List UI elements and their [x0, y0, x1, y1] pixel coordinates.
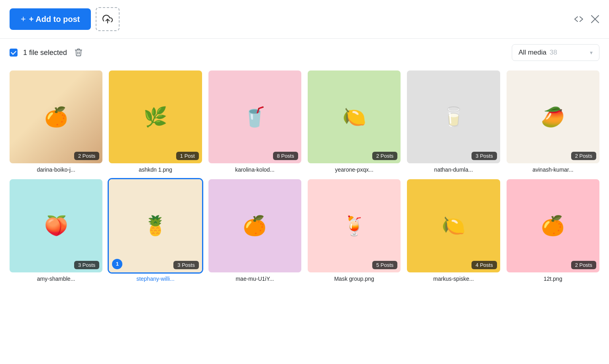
media-thumb-2[interactable]: 🌿1 Post: [109, 70, 202, 163]
media-name-9: mae-mu-U1iY...: [208, 276, 301, 282]
chevron-down-icon: ▾: [590, 49, 593, 56]
post-badge-12: 2 Posts: [571, 261, 596, 269]
thumb-icon-9: 🍊: [243, 215, 267, 237]
media-item-5[interactable]: 🥛3 Postsnathan-dumla...: [407, 70, 500, 173]
media-name-6: avinash-kumar...: [507, 166, 599, 173]
post-badge-1: 2 Posts: [74, 152, 99, 160]
header-actions: [574, 15, 599, 23]
select-all-checkbox[interactable]: [10, 49, 18, 57]
post-badge-6: 2 Posts: [571, 152, 596, 160]
media-thumb-1[interactable]: 🍊2 Posts: [10, 70, 102, 163]
upload-button[interactable]: [96, 7, 120, 31]
filter-label-main: All media: [519, 49, 546, 57]
post-badge-3: 8 Posts: [273, 152, 298, 160]
code-icon[interactable]: [574, 16, 583, 22]
media-name-8: stephany-willi...: [109, 276, 202, 282]
media-name-3: karolina-kolod...: [208, 166, 301, 173]
post-badge-10: 5 Posts: [372, 261, 397, 269]
add-to-post-label: + Add to post: [29, 15, 80, 24]
upload-icon: [102, 14, 113, 24]
media-thumb-4[interactable]: 🍋2 Posts: [308, 70, 401, 163]
media-thumb-7[interactable]: 🍑3 Posts: [10, 179, 102, 272]
thumb-icon-11: 🍋: [442, 215, 466, 237]
media-name-12: 12t.png: [507, 276, 599, 282]
post-badge-5: 3 Posts: [471, 152, 497, 160]
thumb-icon-8: 🍍: [143, 215, 167, 237]
media-name-2: ashkdn 1.png: [109, 166, 202, 173]
media-thumb-9[interactable]: 🍊: [208, 179, 301, 272]
add-to-post-button[interactable]: + + Add to post: [10, 8, 91, 30]
thumb-icon-10: 🍹: [342, 215, 366, 237]
thumb-icon-2: 🌿: [143, 106, 167, 128]
post-badge-4: 2 Posts: [372, 152, 397, 160]
media-item-2[interactable]: 🌿1 Postashkdn 1.png: [109, 70, 202, 173]
filter-label-count: 38: [550, 49, 557, 57]
media-thumb-11[interactable]: 🍋4 Posts: [407, 179, 500, 272]
selected-badge-8: 1: [112, 259, 122, 269]
media-thumb-3[interactable]: 🥤8 Posts: [208, 70, 301, 163]
media-item-9[interactable]: 🍊mae-mu-U1iY...: [208, 179, 301, 282]
thumb-icon-3: 🥤: [243, 106, 267, 128]
delete-icon: [74, 48, 83, 57]
media-item-3[interactable]: 🥤8 Postskarolina-kolod...: [208, 70, 301, 173]
thumb-icon-4: 🍋: [342, 106, 366, 128]
media-item-6[interactable]: 🥭2 Postsavinash-kumar...: [507, 70, 599, 173]
media-item-8[interactable]: 🍍3 Posts1stephany-willi...: [109, 179, 202, 282]
media-thumb-8[interactable]: 🍍3 Posts1: [109, 179, 202, 272]
media-item-12[interactable]: 🍊2 Posts12t.png: [507, 179, 599, 282]
close-icon[interactable]: [591, 15, 599, 23]
media-thumb-6[interactable]: 🥭2 Posts: [507, 70, 599, 163]
plus-icon: +: [21, 14, 26, 24]
thumb-icon-5: 🥛: [442, 106, 466, 128]
media-name-11: markus-spiske...: [407, 276, 500, 282]
post-badge-8: 3 Posts: [173, 261, 198, 269]
file-selected-text: 1 file selected: [23, 49, 67, 57]
media-grid: 🍊2 Postsdarina-boiko-j...🌿1 Postashkdn 1…: [0, 67, 609, 292]
thumb-icon-1: 🍊: [44, 106, 68, 128]
media-thumb-12[interactable]: 🍊2 Posts: [507, 179, 599, 272]
thumb-icon-6: 🥭: [541, 106, 565, 128]
media-name-7: amy-shamble...: [10, 276, 102, 282]
media-name-1: darina-boiko-j...: [10, 166, 102, 173]
media-thumb-10[interactable]: 🍹5 Posts: [308, 179, 401, 272]
thumb-icon-12: 🍊: [541, 215, 565, 237]
media-item-10[interactable]: 🍹5 PostsMask group.png: [308, 179, 401, 282]
thumb-icon-7: 🍑: [44, 215, 68, 237]
header: + + Add to post: [0, 0, 609, 39]
toolbar: 1 file selected All media 38 ▾: [0, 39, 609, 67]
post-badge-2: 1 Post: [176, 152, 199, 160]
media-name-5: nathan-dumla...: [407, 166, 500, 173]
delete-button[interactable]: [73, 46, 84, 59]
media-item-11[interactable]: 🍋4 Postsmarkus-spiske...: [407, 179, 500, 282]
media-filter-label: All media 38: [519, 49, 557, 57]
media-item-1[interactable]: 🍊2 Postsdarina-boiko-j...: [10, 70, 102, 173]
media-item-7[interactable]: 🍑3 Postsamy-shamble...: [10, 179, 102, 282]
media-name-4: yearone-pxqx...: [308, 166, 401, 173]
post-badge-11: 4 Posts: [471, 261, 497, 269]
media-filter-dropdown[interactable]: All media 38 ▾: [512, 44, 599, 61]
post-badge-7: 3 Posts: [74, 261, 99, 269]
media-name-10: Mask group.png: [308, 276, 401, 282]
media-thumb-5[interactable]: 🥛3 Posts: [407, 70, 500, 163]
media-item-4[interactable]: 🍋2 Postsyearone-pxqx...: [308, 70, 401, 173]
